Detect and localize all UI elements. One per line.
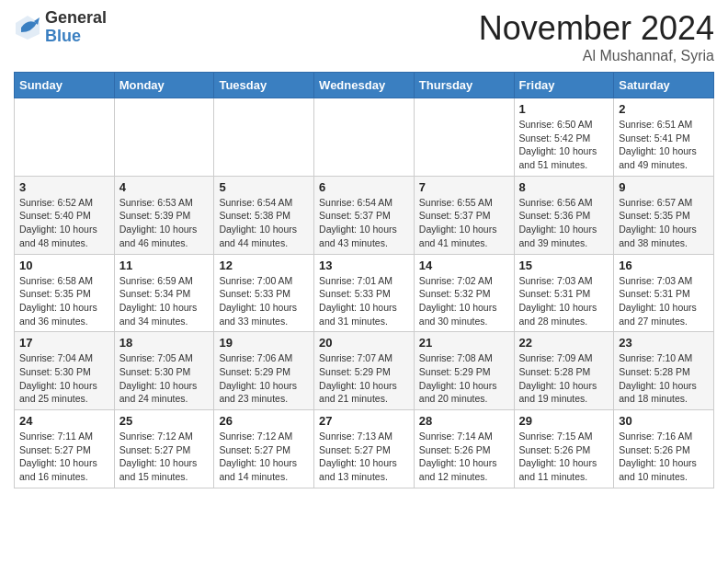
logo-text: General Blue	[45, 9, 107, 46]
calendar-cell: 14Sunrise: 7:02 AM Sunset: 5:32 PM Dayli…	[414, 254, 514, 332]
calendar-cell: 1Sunrise: 6:50 AM Sunset: 5:42 PM Daylig…	[514, 98, 614, 177]
day-number: 20	[319, 336, 409, 350]
calendar-header-saturday: Saturday	[614, 73, 714, 98]
logo-blue: Blue	[45, 28, 107, 46]
calendar-cell: 28Sunrise: 7:14 AM Sunset: 5:26 PM Dayli…	[414, 410, 514, 488]
day-number: 6	[319, 180, 409, 194]
calendar-cell	[15, 98, 115, 177]
calendar-cell	[414, 98, 514, 177]
day-number: 2	[619, 102, 709, 116]
day-info: Sunrise: 7:00 AM Sunset: 5:33 PM Dayligh…	[219, 274, 309, 328]
calendar-cell: 11Sunrise: 6:59 AM Sunset: 5:34 PM Dayli…	[114, 254, 214, 332]
day-number: 19	[219, 336, 309, 350]
day-info: Sunrise: 6:57 AM Sunset: 5:35 PM Dayligh…	[619, 196, 709, 250]
day-number: 1	[519, 102, 609, 116]
month-title: November 2024	[479, 9, 714, 48]
calendar-header-thursday: Thursday	[414, 73, 514, 98]
day-info: Sunrise: 6:50 AM Sunset: 5:42 PM Dayligh…	[519, 118, 609, 172]
day-number: 12	[219, 259, 309, 272]
title-block: November 2024 Al Mushannaf, Syria	[479, 9, 714, 64]
header: General Blue November 2024 Al Mushannaf,…	[14, 9, 714, 64]
day-number: 9	[619, 180, 709, 194]
day-info: Sunrise: 7:15 AM Sunset: 5:26 PM Dayligh…	[519, 430, 609, 484]
calendar-cell: 15Sunrise: 7:03 AM Sunset: 5:31 PM Dayli…	[514, 254, 614, 332]
day-number: 25	[119, 414, 210, 428]
day-info: Sunrise: 7:03 AM Sunset: 5:31 PM Dayligh…	[619, 274, 709, 328]
calendar-cell: 25Sunrise: 7:12 AM Sunset: 5:27 PM Dayli…	[114, 410, 214, 488]
logo-general: General	[45, 9, 107, 28]
calendar-cell: 29Sunrise: 7:15 AM Sunset: 5:26 PM Dayli…	[514, 410, 614, 488]
calendar-week-5: 24Sunrise: 7:11 AM Sunset: 5:27 PM Dayli…	[15, 410, 714, 488]
day-info: Sunrise: 7:13 AM Sunset: 5:27 PM Dayligh…	[319, 430, 409, 484]
day-number: 21	[419, 336, 509, 350]
day-info: Sunrise: 6:52 AM Sunset: 5:40 PM Dayligh…	[19, 196, 109, 250]
calendar-header-monday: Monday	[114, 73, 214, 98]
day-info: Sunrise: 7:08 AM Sunset: 5:29 PM Dayligh…	[419, 351, 509, 406]
day-number: 15	[519, 259, 609, 272]
calendar-cell: 27Sunrise: 7:13 AM Sunset: 5:27 PM Dayli…	[314, 410, 415, 488]
calendar-cell: 23Sunrise: 7:10 AM Sunset: 5:28 PM Dayli…	[614, 332, 714, 410]
calendar-cell: 6Sunrise: 6:54 AM Sunset: 5:37 PM Daylig…	[314, 176, 415, 254]
day-number: 28	[419, 414, 509, 428]
day-number: 27	[319, 414, 409, 428]
calendar-cell: 9Sunrise: 6:57 AM Sunset: 5:35 PM Daylig…	[614, 176, 714, 254]
day-number: 11	[119, 259, 210, 272]
day-info: Sunrise: 6:55 AM Sunset: 5:37 PM Dayligh…	[419, 196, 509, 250]
calendar-header-friday: Friday	[514, 73, 614, 98]
calendar-cell: 20Sunrise: 7:07 AM Sunset: 5:29 PM Dayli…	[314, 332, 415, 410]
day-info: Sunrise: 7:05 AM Sunset: 5:30 PM Dayligh…	[119, 351, 210, 406]
day-info: Sunrise: 6:54 AM Sunset: 5:38 PM Dayligh…	[219, 196, 309, 250]
day-number: 23	[619, 336, 709, 350]
calendar-cell: 3Sunrise: 6:52 AM Sunset: 5:40 PM Daylig…	[15, 176, 115, 254]
calendar-cell	[214, 98, 314, 177]
calendar-table: SundayMondayTuesdayWednesdayThursdayFrid…	[14, 72, 714, 488]
day-info: Sunrise: 7:01 AM Sunset: 5:33 PM Dayligh…	[319, 274, 409, 328]
day-number: 18	[119, 336, 210, 350]
day-info: Sunrise: 6:58 AM Sunset: 5:35 PM Dayligh…	[19, 274, 109, 328]
day-info: Sunrise: 6:53 AM Sunset: 5:39 PM Dayligh…	[119, 196, 210, 250]
day-number: 7	[419, 180, 509, 194]
day-number: 4	[119, 180, 210, 194]
calendar-week-2: 3Sunrise: 6:52 AM Sunset: 5:40 PM Daylig…	[15, 176, 714, 254]
day-number: 8	[519, 180, 609, 194]
day-info: Sunrise: 6:59 AM Sunset: 5:34 PM Dayligh…	[119, 274, 210, 328]
calendar-cell: 13Sunrise: 7:01 AM Sunset: 5:33 PM Dayli…	[314, 254, 415, 332]
calendar-week-3: 10Sunrise: 6:58 AM Sunset: 5:35 PM Dayli…	[15, 254, 714, 332]
calendar-header-tuesday: Tuesday	[214, 73, 314, 98]
calendar-cell: 26Sunrise: 7:12 AM Sunset: 5:27 PM Dayli…	[214, 410, 314, 488]
calendar-header-wednesday: Wednesday	[314, 73, 415, 98]
page: General Blue November 2024 Al Mushannaf,…	[0, 0, 728, 502]
calendar-cell: 22Sunrise: 7:09 AM Sunset: 5:28 PM Dayli…	[514, 332, 614, 410]
day-number: 29	[519, 414, 609, 428]
calendar-week-1: 1Sunrise: 6:50 AM Sunset: 5:42 PM Daylig…	[15, 98, 714, 177]
day-info: Sunrise: 7:12 AM Sunset: 5:27 PM Dayligh…	[219, 430, 309, 484]
day-info: Sunrise: 7:09 AM Sunset: 5:28 PM Dayligh…	[519, 351, 609, 406]
day-info: Sunrise: 6:56 AM Sunset: 5:36 PM Dayligh…	[519, 196, 609, 250]
logo: General Blue	[14, 9, 107, 46]
day-info: Sunrise: 7:14 AM Sunset: 5:26 PM Dayligh…	[419, 430, 509, 484]
day-number: 30	[619, 414, 709, 428]
calendar-cell: 30Sunrise: 7:16 AM Sunset: 5:26 PM Dayli…	[614, 410, 714, 488]
day-number: 26	[219, 414, 309, 428]
calendar-header-row: SundayMondayTuesdayWednesdayThursdayFrid…	[15, 73, 714, 98]
day-number: 5	[219, 180, 309, 194]
calendar-cell: 4Sunrise: 6:53 AM Sunset: 5:39 PM Daylig…	[114, 176, 214, 254]
day-info: Sunrise: 7:02 AM Sunset: 5:32 PM Dayligh…	[419, 274, 509, 328]
calendar-cell: 19Sunrise: 7:06 AM Sunset: 5:29 PM Dayli…	[214, 332, 314, 410]
calendar-cell: 18Sunrise: 7:05 AM Sunset: 5:30 PM Dayli…	[114, 332, 214, 410]
day-number: 14	[419, 259, 509, 272]
day-info: Sunrise: 7:03 AM Sunset: 5:31 PM Dayligh…	[519, 274, 609, 328]
day-info: Sunrise: 7:06 AM Sunset: 5:29 PM Dayligh…	[219, 351, 309, 406]
day-info: Sunrise: 7:10 AM Sunset: 5:28 PM Dayligh…	[619, 351, 709, 406]
day-number: 16	[619, 259, 709, 272]
calendar-cell: 17Sunrise: 7:04 AM Sunset: 5:30 PM Dayli…	[15, 332, 115, 410]
day-number: 22	[519, 336, 609, 350]
calendar-cell: 5Sunrise: 6:54 AM Sunset: 5:38 PM Daylig…	[214, 176, 314, 254]
calendar-cell	[314, 98, 415, 177]
day-number: 24	[19, 414, 109, 428]
calendar-cell: 24Sunrise: 7:11 AM Sunset: 5:27 PM Dayli…	[15, 410, 115, 488]
day-number: 10	[19, 259, 109, 272]
calendar-cell: 16Sunrise: 7:03 AM Sunset: 5:31 PM Dayli…	[614, 254, 714, 332]
day-number: 17	[19, 336, 109, 350]
calendar-cell	[114, 98, 214, 177]
